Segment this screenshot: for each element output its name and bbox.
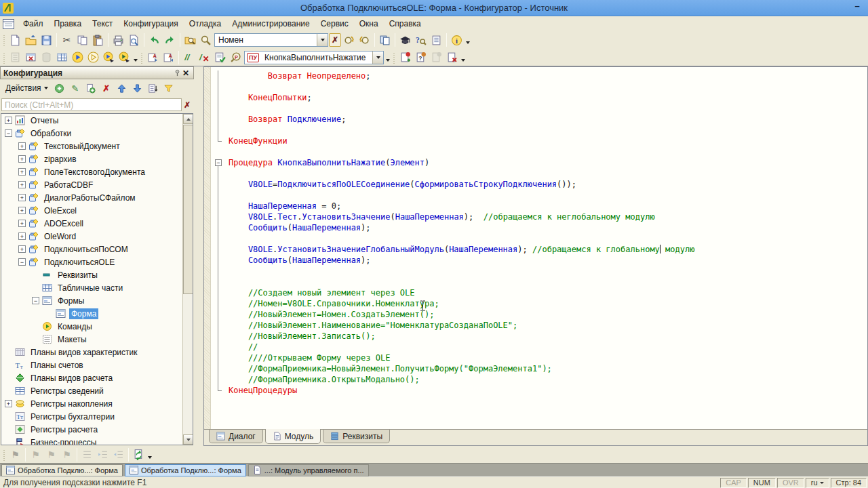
tree-row[interactable]: TтРегистры бухгалтерии — [1, 410, 193, 423]
syntax-assistant-button[interactable] — [397, 33, 413, 47]
tree-expander-icon[interactable]: + — [5, 117, 12, 124]
tree-expander-icon[interactable]: + — [18, 220, 26, 227]
tree-row[interactable]: +РаботаCDBF — [1, 178, 193, 191]
table-button[interactable] — [54, 50, 70, 65]
cut-button[interactable]: ✂ — [59, 33, 75, 47]
toolbar-overflow-button[interactable] — [465, 33, 471, 47]
minimize-button[interactable]: – — [852, 3, 863, 12]
tree-row[interactable]: +ТекстовыйДокумент — [1, 140, 193, 152]
tree-search-input[interactable] — [1, 98, 182, 111]
format-block-alt-button[interactable]: A — [161, 50, 176, 65]
tree-row[interactable]: −Формы — [1, 294, 193, 307]
panel-splitter[interactable] — [194, 66, 203, 446]
tree-row[interactable]: Планы видов характеристик — [1, 346, 193, 359]
refresh-module-button[interactable] — [131, 447, 146, 462]
tree-row[interactable]: Макеты — [1, 333, 193, 346]
tree-row[interactable]: +ADOExcell — [1, 217, 193, 230]
tree-expander-icon[interactable]: + — [18, 245, 26, 253]
tree-expander-icon[interactable]: + — [18, 194, 26, 201]
tree-row[interactable]: +OleWord — [1, 230, 193, 243]
paste-button[interactable] — [90, 33, 106, 47]
breakpoints-overflow-button[interactable] — [460, 51, 467, 64]
save-button[interactable] — [39, 33, 54, 47]
info-button[interactable]: i — [449, 33, 465, 47]
tree-expander-icon[interactable]: + — [18, 155, 26, 163]
menu-windows[interactable]: Окна — [355, 17, 383, 30]
child-window-icon[interactable] — [3, 19, 14, 29]
tree-row[interactable]: Планы видов расчета — [1, 371, 193, 384]
tree-row[interactable]: Форма — [1, 307, 193, 320]
tree-expander-icon[interactable]: + — [18, 207, 26, 214]
copy-button[interactable] — [75, 33, 90, 47]
toolbar-grip[interactable] — [3, 34, 6, 46]
tree-expander-icon[interactable]: + — [5, 400, 12, 407]
edit-button[interactable]: ✎ — [68, 81, 83, 96]
help-contents-button[interactable] — [429, 33, 444, 47]
close-panel-icon[interactable]: ✕ — [181, 68, 191, 78]
start-debug-button[interactable] — [70, 50, 85, 65]
tree-row[interactable]: −ПодключитьсяOLE — [1, 256, 193, 268]
tree-expander-icon[interactable]: − — [18, 258, 26, 266]
close-search-button[interactable]: ✗ — [329, 33, 341, 47]
toolbar-grip[interactable] — [393, 52, 396, 64]
tree-expander-icon[interactable]: + — [18, 168, 26, 176]
scroll-up-icon[interactable] — [183, 114, 193, 124]
code-area[interactable]: Возврат Неопределено; КонецПопытки; Возв… — [204, 67, 867, 429]
search-combobox-dropdown[interactable] — [317, 34, 328, 46]
add-by-copy-button[interactable] — [83, 81, 98, 96]
language-indicator[interactable]: ru — [806, 478, 829, 488]
tab-module[interactable]: Модуль — [265, 429, 321, 444]
tree-row[interactable]: Команды — [1, 320, 193, 333]
filter-button[interactable] — [161, 81, 176, 96]
add-button[interactable] — [52, 81, 67, 96]
redo-button[interactable] — [162, 33, 178, 47]
tree-row[interactable]: +Отчеты — [1, 114, 193, 127]
sort-button[interactable] — [146, 81, 161, 96]
tree-expander-icon[interactable]: − — [32, 297, 39, 304]
undo-button[interactable] — [146, 33, 162, 47]
menu-help[interactable]: Справка — [384, 17, 426, 30]
menu-administration[interactable]: Администрирование — [227, 17, 314, 30]
menu-file[interactable]: Файл — [18, 17, 48, 30]
tree-row[interactable]: Табличные части — [1, 281, 193, 294]
menu-configuration[interactable]: Конфигурация — [119, 17, 183, 30]
procedure-overflow-button[interactable] — [384, 51, 391, 64]
tree-row[interactable]: TтПланы счетов — [1, 359, 193, 371]
move-down-button[interactable] — [130, 81, 145, 96]
tree-expander-icon[interactable]: − — [5, 129, 12, 137]
print-preview-button[interactable] — [126, 33, 142, 47]
menu-edit[interactable]: Правка — [50, 17, 87, 30]
bookmarks-overflow-button[interactable] — [146, 448, 153, 462]
pin-icon[interactable] — [174, 69, 181, 77]
configuration-tree[interactable]: +Отчеты−Обработки+ТекстовыйДокумент+zipа… — [1, 113, 193, 445]
scrollbar-thumb[interactable] — [183, 125, 193, 294]
tree-scrollbar[interactable] — [182, 114, 193, 445]
procedures-list-button[interactable]: P — [228, 50, 243, 65]
procedure-combobox[interactable]: ПУ КнопкаВыполнитьНажатие — [244, 51, 384, 64]
toolbar-grip[interactable] — [3, 449, 6, 461]
continue-debug-button[interactable] — [101, 50, 117, 65]
actions-menu-button[interactable]: Действия — [2, 82, 52, 94]
window-tab-button[interactable]: ...: Модуль управляемого п... — [248, 464, 369, 476]
window-tab-button[interactable]: Обработка Подклю...: Форма — [1, 464, 123, 476]
find-next-button[interactable] — [341, 33, 357, 47]
set-breakpoint-button[interactable] — [397, 50, 413, 65]
move-up-button[interactable] — [115, 81, 130, 96]
clear-search-icon[interactable]: ✗ — [182, 100, 193, 110]
search-combobox[interactable]: Номен — [214, 33, 328, 47]
tree-row[interactable]: +ПолеТекстовогоДокумента — [1, 165, 193, 178]
find-previous-button[interactable] — [357, 33, 372, 47]
tree-row[interactable]: +Регистры накопления — [1, 397, 193, 410]
menu-debug[interactable]: Отладка — [184, 17, 226, 30]
tree-row[interactable]: +ПодключитьсяПоCOM — [1, 243, 193, 256]
search-button[interactable] — [198, 33, 214, 47]
global-search-button[interactable] — [182, 33, 198, 47]
check-module-button[interactable] — [212, 50, 228, 65]
restart-debug-button[interactable] — [117, 50, 132, 65]
tab-attributes[interactable]: Реквизиты — [323, 430, 390, 443]
toolbar-grip[interactable] — [3, 52, 6, 64]
copy-fragment-button[interactable] — [377, 33, 393, 47]
tree-row[interactable]: −Обработки — [1, 127, 193, 140]
comment-button[interactable]: // — [181, 50, 197, 65]
tree-row[interactable]: +zipархив — [1, 152, 193, 165]
